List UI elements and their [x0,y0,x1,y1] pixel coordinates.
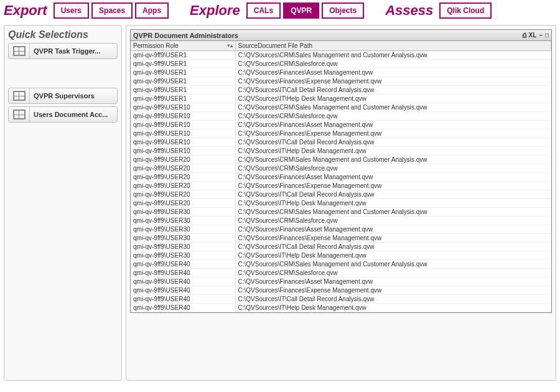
qs-item-supervisors[interactable]: QVPR Supervisors [8,88,118,104]
cell-source-path: C:\QVSources\Finances\Asset Management.q… [235,225,551,234]
grid-icon [9,88,30,103]
cell-permission-role: qmi-qv-9ff9\USER20 [131,182,235,190]
cell-source-path: C:\QVSources\Finances\Expense Management… [235,129,551,138]
table-row[interactable]: qmi-qv-9ff9\USER10C:\QVSources\CRM\Sales… [131,103,551,112]
table-row[interactable]: qmi-qv-9ff9\USER20C:\QVSources\Finances\… [131,173,551,182]
maximize-icon[interactable]: □ [544,32,550,39]
table-row[interactable]: qmi-qv-9ff9\USER30C:\QVSources\CRM\Sales… [131,217,551,225]
cell-source-path: C:\QVSources\IT\Call Detail Record Analy… [235,86,551,95]
cell-source-path: C:\QVSources\CRM\Salesforce.qvw [235,164,551,173]
table-row[interactable]: qmi-qv-9ff9\USER10C:\QVSources\IT\Call D… [131,138,551,147]
cell-permission-role: qmi-qv-9ff9\USER10 [131,103,235,112]
cell-permission-role: qmi-qv-9ff9\USER1 [131,86,235,95]
cell-source-path: C:\QVSources\IT\Call Detail Record Analy… [235,243,551,251]
object-title: QVPR Document Administrators [133,32,521,39]
cell-permission-role: qmi-qv-9ff9\USER1 [131,95,235,103]
cell-source-path: C:\QVSources\IT\Help Desk Management.qvw [235,95,551,103]
nav-spaces[interactable]: Spaces [91,2,133,19]
cell-source-path: C:\QVSources\IT\Help Desk Management.qvw [235,304,551,312]
cell-source-path: C:\QVSources\Finances\Expense Management… [235,286,551,295]
section-label-export: Export [4,2,47,19]
qs-item-users-doc-acc[interactable]: Users Document Acc... [8,106,118,123]
table-row[interactable]: qmi-qv-9ff9\USER40C:\QVSources\CRM\Sales… [131,260,551,269]
cell-permission-role: qmi-qv-9ff9\USER10 [131,138,235,147]
col-header-permission-role[interactable]: Permission Role ▾▴ [131,41,235,51]
table-row[interactable]: qmi-qv-9ff9\USER10C:\QVSources\CRM\Sales… [131,112,551,121]
quick-selections-panel: Quick Selections QVPR Task Trigger... QV… [4,25,122,381]
cell-source-path: C:\QVSources\IT\Call Detail Record Analy… [235,295,551,304]
cell-permission-role: qmi-qv-9ff9\USER20 [131,173,235,182]
table-row[interactable]: qmi-qv-9ff9\USER40C:\QVSources\Finances\… [131,278,551,286]
col-header-source-path[interactable]: SourceDocument File Path [235,41,551,51]
nav-cals[interactable]: CALs [246,2,281,19]
table-row[interactable]: qmi-qv-9ff9\USER1C:\QVSources\IT\Call De… [131,86,551,95]
cell-permission-role: qmi-qv-9ff9\USER30 [131,234,235,243]
cell-source-path: C:\QVSources\CRM\Salesforce.qvw [235,217,551,225]
qs-label: QVPR Supervisors [30,92,117,100]
qs-label: QVPR Task Trigger... [30,47,117,55]
grid-icon [9,44,30,58]
content-panel: QVPR Document Administrators ⎙ XL – □ Pe… [126,25,556,381]
table-row[interactable]: qmi-qv-9ff9\USER40C:\QVSources\IT\Call D… [131,295,551,304]
cell-permission-role: qmi-qv-9ff9\USER10 [131,147,235,156]
section-label-assess: Assess [385,2,433,19]
table-row[interactable]: qmi-qv-9ff9\USER30C:\QVSources\Finances\… [131,225,551,234]
doc-admins-table: Permission Role ▾▴ SourceDocument File P… [131,41,551,312]
table-row[interactable]: qmi-qv-9ff9\USER1C:\QVSources\CRM\Salesf… [131,60,551,68]
table-row[interactable]: qmi-qv-9ff9\USER1C:\QVSources\CRM\Sales … [131,51,551,60]
table-row[interactable]: qmi-qv-9ff9\USER30C:\QVSources\Finances\… [131,234,551,243]
cell-source-path: C:\QVSources\IT\Help Desk Management.qvw [235,147,551,156]
table-row[interactable]: qmi-qv-9ff9\USER20C:\QVSources\IT\Call D… [131,190,551,199]
table-row[interactable]: qmi-qv-9ff9\USER20C:\QVSources\CRM\Sales… [131,164,551,173]
cell-source-path: C:\QVSources\IT\Call Detail Record Analy… [235,190,551,199]
table-row[interactable]: qmi-qv-9ff9\USER20C:\QVSources\CRM\Sales… [131,156,551,164]
table-row[interactable]: qmi-qv-9ff9\USER1C:\QVSources\IT\Help De… [131,95,551,103]
print-icon[interactable]: ⎙ [521,32,528,39]
qs-label: Users Document Acc... [30,111,117,118]
nav-qvpr[interactable]: QVPR [283,2,319,19]
cell-source-path: C:\QVSources\Finances\Asset Management.q… [235,121,551,129]
cell-permission-role: qmi-qv-9ff9\USER1 [131,60,235,68]
cell-permission-role: qmi-qv-9ff9\USER20 [131,156,235,164]
export-xl-icon[interactable]: XL [528,32,538,39]
qvpr-doc-admins-object: QVPR Document Administrators ⎙ XL – □ Pe… [130,29,552,313]
table-row[interactable]: qmi-qv-9ff9\USER40C:\QVSources\Finances\… [131,286,551,295]
table-row[interactable]: qmi-qv-9ff9\USER10C:\QVSources\Finances\… [131,121,551,129]
nav-objects[interactable]: Objects [322,2,364,19]
table-row[interactable]: qmi-qv-9ff9\USER40C:\QVSources\IT\Help D… [131,304,551,312]
cell-source-path: C:\QVSources\CRM\Salesforce.qvw [235,269,551,278]
minimize-icon[interactable]: – [538,32,544,39]
cell-permission-role: qmi-qv-9ff9\USER10 [131,121,235,129]
table-row[interactable]: qmi-qv-9ff9\USER1C:\QVSources\Finances\E… [131,77,551,86]
cell-permission-role: qmi-qv-9ff9\USER20 [131,199,235,208]
table-row[interactable]: qmi-qv-9ff9\USER40C:\QVSources\CRM\Sales… [131,269,551,278]
cell-permission-role: qmi-qv-9ff9\USER40 [131,286,235,295]
cell-source-path: C:\QVSources\Finances\Asset Management.q… [235,68,551,77]
object-titlebar[interactable]: QVPR Document Administrators ⎙ XL – □ [131,30,551,41]
cell-permission-role: qmi-qv-9ff9\USER40 [131,278,235,286]
grid-icon [9,107,30,122]
cell-source-path: C:\QVSources\CRM\Sales Management and Cu… [235,156,551,164]
qs-item-task-trigger[interactable]: QVPR Task Trigger... [8,43,118,59]
cell-source-path: C:\QVSources\Finances\Asset Management.q… [235,173,551,182]
table-row[interactable]: qmi-qv-9ff9\USER30C:\QVSources\IT\Help D… [131,251,551,260]
table-row[interactable]: qmi-qv-9ff9\USER20C:\QVSources\IT\Help D… [131,199,551,208]
table-row[interactable]: qmi-qv-9ff9\USER1C:\QVSources\Finances\A… [131,68,551,77]
nav-apps[interactable]: Apps [135,2,169,19]
nav-users[interactable]: Users [54,2,89,19]
nav-qlik-cloud[interactable]: Qlik Cloud [439,2,492,19]
cell-source-path: C:\QVSources\Finances\Asset Management.q… [235,278,551,286]
table-row[interactable]: qmi-qv-9ff9\USER20C:\QVSources\Finances\… [131,182,551,190]
table-row[interactable]: qmi-qv-9ff9\USER30C:\QVSources\CRM\Sales… [131,208,551,217]
cell-permission-role: qmi-qv-9ff9\USER1 [131,68,235,77]
cell-permission-role: qmi-qv-9ff9\USER40 [131,295,235,304]
table-row[interactable]: qmi-qv-9ff9\USER10C:\QVSources\Finances\… [131,129,551,138]
cell-permission-role: qmi-qv-9ff9\USER40 [131,304,235,312]
quick-selections-title: Quick Selections [8,29,118,40]
cell-source-path: C:\QVSources\Finances\Expense Management… [235,77,551,86]
table-row[interactable]: qmi-qv-9ff9\USER30C:\QVSources\IT\Call D… [131,243,551,251]
cell-permission-role: qmi-qv-9ff9\USER30 [131,225,235,234]
cell-source-path: C:\QVSources\CRM\Salesforce.qvw [235,112,551,121]
top-nav: Export Users Spaces Apps Explore CALs QV… [0,0,560,22]
table-row[interactable]: qmi-qv-9ff9\USER10C:\QVSources\IT\Help D… [131,147,551,156]
